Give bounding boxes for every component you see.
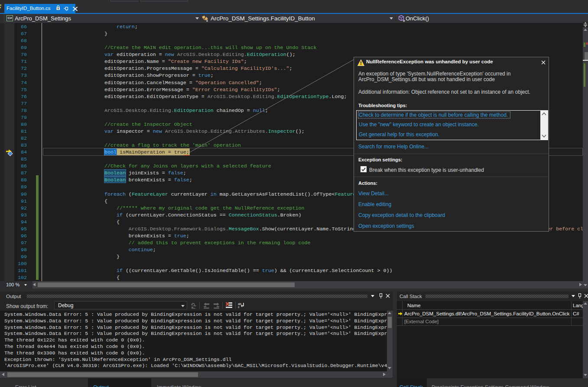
svg-text:c: c xyxy=(238,305,240,308)
svg-text:ab: ab xyxy=(238,302,241,305)
